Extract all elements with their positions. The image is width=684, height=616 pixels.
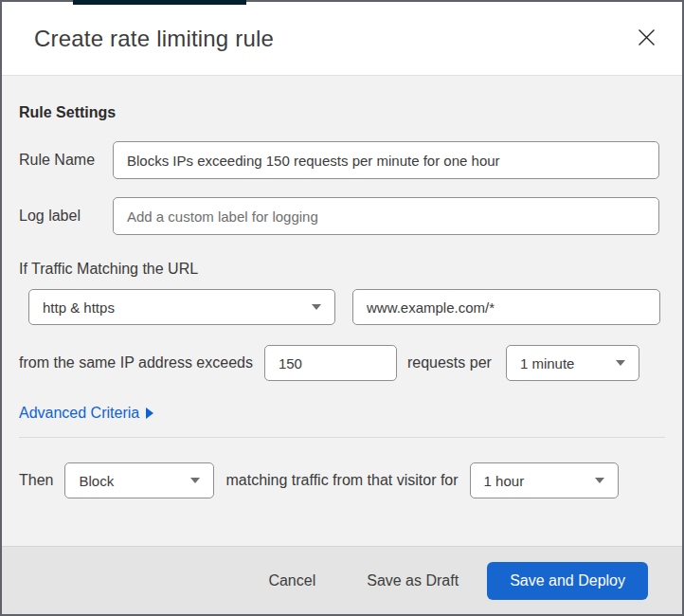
chevron-down-icon [312, 304, 321, 310]
save-and-deploy-button[interactable]: Save and Deploy [487, 562, 648, 600]
rule-name-label: Rule Name [19, 152, 113, 169]
log-label-label: Log label [19, 208, 113, 225]
advanced-criteria-link[interactable]: Advanced Criteria [19, 405, 153, 422]
dialog-header: Create rate limiting rule [2, 2, 682, 76]
cancel-button[interactable]: Cancel [259, 565, 325, 597]
action-prefix-text: Then [19, 472, 53, 489]
period-dropdown[interactable]: 1 minute [506, 345, 639, 381]
rule-name-input[interactable] [113, 141, 659, 179]
action-dropdown[interactable]: Block [64, 462, 214, 498]
threshold-row: from the same IP address exceeds request… [19, 345, 665, 381]
log-label-input[interactable] [113, 197, 659, 235]
chevron-down-icon [616, 360, 625, 366]
background-page-strip [73, 0, 246, 5]
dialog-body: Rule Settings Rule Name Log label If Tra… [2, 76, 682, 546]
caret-right-icon [146, 408, 153, 419]
advanced-criteria-row: Advanced Criteria [19, 405, 665, 422]
scheme-dropdown[interactable]: http & https [28, 289, 335, 325]
url-pattern-input[interactable] [352, 289, 660, 325]
request-count-input[interactable] [264, 345, 397, 381]
create-rate-limiting-rule-dialog: Create rate limiting rule Rule Settings … [0, 0, 684, 616]
dialog-footer: Cancel Save as Draft Save and Deploy [2, 546, 682, 614]
duration-dropdown-value: 1 hour [484, 473, 525, 489]
chevron-down-icon [190, 478, 200, 483]
rule-settings-heading: Rule Settings [19, 104, 665, 121]
duration-dropdown[interactable]: 1 hour [470, 462, 619, 498]
action-middle-text: matching traffic from that visitor for [225, 472, 458, 489]
save-as-draft-button[interactable]: Save as Draft [357, 565, 468, 597]
dialog-title: Create rate limiting rule [34, 26, 274, 52]
period-dropdown-value: 1 minute [520, 355, 575, 371]
close-button[interactable] [633, 26, 659, 52]
chevron-down-icon [595, 478, 604, 483]
scheme-url-row: http & https [19, 289, 665, 325]
scheme-dropdown-value: http & https [43, 299, 115, 316]
advanced-criteria-label: Advanced Criteria [19, 405, 139, 422]
traffic-match-heading: If Traffic Matching the URL [19, 261, 665, 278]
log-label-row: Log label [19, 197, 665, 235]
action-row: Then Block matching traffic from that vi… [19, 462, 665, 498]
close-icon [638, 28, 656, 49]
rule-name-row: Rule Name [19, 141, 665, 179]
action-dropdown-value: Block [79, 473, 114, 489]
section-divider [19, 437, 665, 438]
threshold-middle-text: requests per [407, 354, 492, 371]
threshold-prefix-text: from the same IP address exceeds [19, 354, 253, 371]
